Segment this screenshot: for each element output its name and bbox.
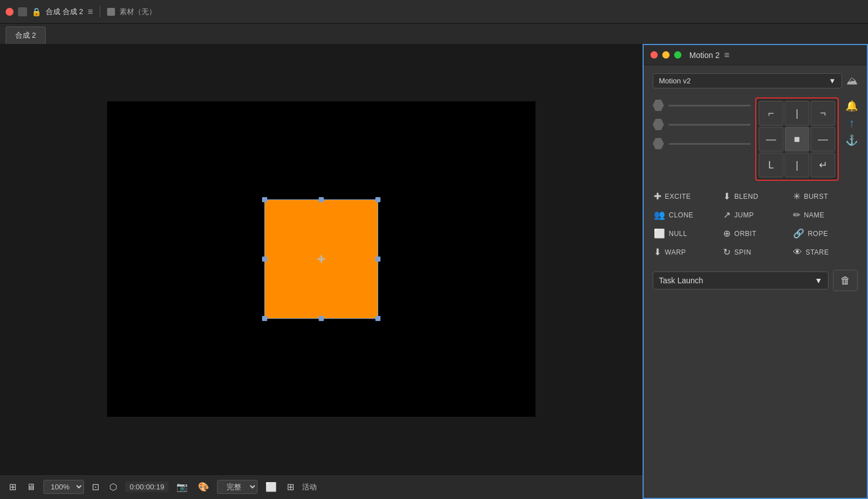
clone-icon: 👥 [654, 210, 666, 220]
preset-row: Motion v2 ▼ ⛰ [653, 73, 858, 88]
panel-title: Motion 2 [689, 51, 720, 60]
tab-composition-2[interactable]: 合成 2 [6, 26, 46, 44]
trash-button[interactable]: 🗑 [833, 270, 858, 291]
anchor-grid: ⌐ | ¬ — ■ — L | ↵ [755, 97, 839, 181]
tool-name-button[interactable]: ✏ NAME [792, 207, 858, 222]
tool-select-icon[interactable]: ⊡ [90, 479, 101, 494]
anchor-cell-center[interactable]: ■ [785, 127, 809, 152]
menu-icon[interactable]: ≡ [87, 7, 92, 17]
tool-burst-button[interactable]: ✳ BURST [792, 189, 858, 204]
timecode-display: 0:00:00:19 [125, 482, 169, 492]
blend-label: BLEND [734, 193, 759, 201]
bell-icon[interactable]: 🔔 [845, 100, 858, 112]
task-launch-label: Task Launch [659, 276, 703, 285]
spin-icon: ↻ [723, 247, 731, 257]
anchor-cell-tm[interactable]: | [785, 101, 809, 126]
excite-icon: ✚ [654, 191, 662, 202]
material-label: 素材（无） [119, 7, 156, 17]
stare-label: STARE [805, 248, 829, 256]
snapshot-icon[interactable]: 📷 [174, 479, 190, 494]
tool-stare-button[interactable]: 👁 STARE [792, 244, 858, 260]
anchor-cell-bm[interactable]: | [785, 153, 809, 177]
preset-dropdown[interactable]: Motion v2 ▼ [653, 73, 842, 88]
anchor-cell-mr[interactable]: — [811, 127, 835, 152]
arrow-up-icon[interactable]: ↑ [849, 117, 854, 130]
name-icon: ✏ [793, 210, 801, 220]
top-bar: 🔒 合成 合成 2 ≡ 素材（无） [0, 0, 868, 24]
slider-hex-icon-2 [653, 119, 664, 130]
anchor-section: ⌐ | ¬ — ■ — L | ↵ [653, 97, 858, 181]
slider-hex-icon-3 [653, 138, 664, 149]
close-button[interactable] [6, 8, 14, 16]
slider-row-3 [653, 138, 751, 149]
orbit-icon: ⊕ [723, 228, 731, 239]
clone-label: CLONE [669, 211, 694, 219]
slider-track-1[interactable] [668, 105, 751, 106]
canvas-viewport [0, 44, 643, 474]
anchor-cell-tl[interactable]: ⌐ [759, 101, 783, 126]
bottom-toolbar: ⊞ 🖥 100% ⊡ ⬡ 0:00:00:19 📷 🎨 完整 ⬜ ⊞ 活动 [0, 474, 643, 499]
composition-title: 合成 合成 2 [46, 7, 83, 17]
tool-excite-button[interactable]: ✚ EXCITE [653, 189, 719, 204]
anchor-row-0: ⌐ | ¬ [759, 101, 835, 126]
tool-rope-button[interactable]: 🔗 ROPE [792, 226, 858, 241]
comp-icon [18, 7, 27, 16]
trash-icon: 🗑 [840, 275, 851, 287]
handle-bot-right[interactable] [375, 316, 380, 321]
preset-scene-icon[interactable]: ⛰ [847, 74, 858, 87]
burst-icon: ✳ [793, 191, 801, 202]
spin-label: SPIN [734, 248, 751, 256]
anchor-icon[interactable]: ⚓ [845, 134, 858, 146]
panel-minimize-button[interactable] [662, 51, 670, 59]
anchor-cell-br[interactable]: ↵ [811, 153, 835, 177]
orbit-label: ORBIT [734, 230, 756, 238]
task-launch-dropdown[interactable]: Task Launch ▼ [653, 271, 829, 289]
null-label: NULL [669, 230, 688, 238]
handle-bot-mid[interactable] [319, 316, 324, 321]
anchor-cell-ml[interactable]: — [759, 127, 783, 152]
handle-top-mid[interactable] [319, 197, 324, 202]
anchor-row-1: — ■ — [759, 127, 835, 152]
side-icons: 🔔 ↑ ⚓ [845, 97, 858, 146]
anchor-cell-tr[interactable]: ¬ [811, 101, 835, 126]
tool-null-button[interactable]: ⬜ NULL [653, 226, 719, 241]
jump-icon: ↗ [723, 210, 731, 220]
tool-warp-button[interactable]: ⬇ WARP [653, 244, 719, 260]
tool-mask-icon[interactable]: ⬡ [107, 479, 119, 494]
center-diamond-icon [318, 256, 324, 262]
tool-spin-button[interactable]: ↻ SPIN [722, 244, 788, 260]
handle-bot-left[interactable] [262, 316, 267, 321]
tool-orbit-button[interactable]: ⊕ ORBIT [722, 226, 788, 241]
rope-icon: 🔗 [793, 228, 805, 239]
grid-icon[interactable]: ⊞ [285, 479, 296, 494]
panel-close-button[interactable] [650, 51, 658, 59]
tool-clone-button[interactable]: 👥 CLONE [653, 207, 719, 222]
quality-select[interactable]: 完整 [217, 480, 258, 494]
panel-titlebar: Motion 2 ≡ [644, 45, 867, 65]
tools-grid: ✚ EXCITE ⬇ BLEND ✳ BURST 👥 CLONE ↗ [653, 189, 858, 260]
handle-mid-left[interactable] [262, 257, 267, 262]
panel-body: Motion v2 ▼ ⛰ [644, 65, 867, 498]
slider-track-2[interactable] [668, 124, 751, 126]
anchor-row-2: L | ↵ [759, 153, 835, 177]
slider-track-3[interactable] [668, 143, 751, 145]
motion-panel: Motion 2 ≡ Motion v2 ▼ ⛰ [643, 44, 868, 499]
slider-hex-icon-1 [653, 100, 664, 111]
canvas-area: ⊞ 🖥 100% ⊡ ⬡ 0:00:00:19 📷 🎨 完整 ⬜ ⊞ 活动 [0, 44, 643, 499]
tool-jump-button[interactable]: ↗ JUMP [722, 207, 788, 222]
tool-blend-button[interactable]: ⬇ BLEND [722, 189, 788, 204]
handle-mid-right[interactable] [375, 257, 380, 262]
panel-maximize-button[interactable] [674, 51, 681, 59]
zoom-select[interactable]: 100% [43, 480, 84, 494]
handle-top-right[interactable] [375, 197, 380, 202]
panel-menu-icon[interactable]: ≡ [724, 50, 729, 60]
handle-top-left[interactable] [262, 197, 267, 202]
jump-label: JUMP [734, 211, 754, 219]
tool-monitor-icon[interactable]: 🖥 [24, 480, 38, 494]
activity-label[interactable]: 活动 [302, 482, 317, 492]
anchor-cell-bl[interactable]: L [759, 153, 783, 177]
blend-icon: ⬇ [723, 191, 731, 202]
view-icon[interactable]: ⬜ [263, 479, 279, 494]
color-icon[interactable]: 🎨 [196, 479, 211, 494]
tool-move-icon[interactable]: ⊞ [7, 479, 19, 494]
